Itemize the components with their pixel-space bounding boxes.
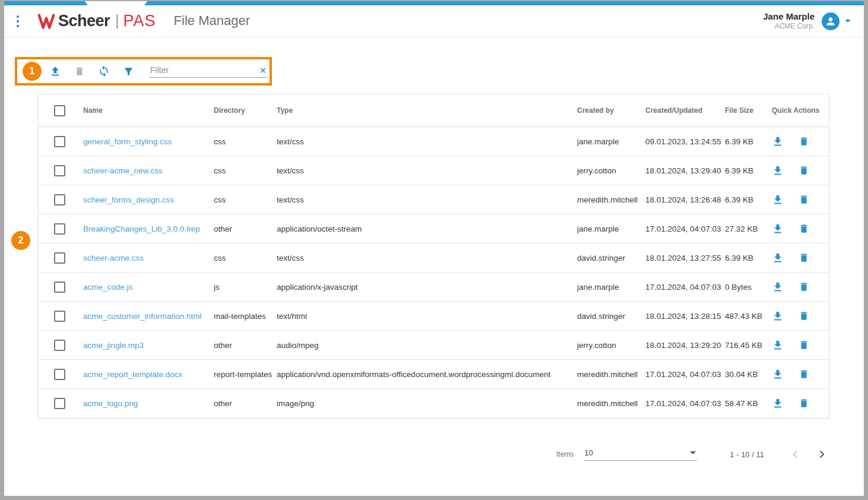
delete-icon[interactable]: [798, 339, 810, 351]
column-header-type: Type: [277, 106, 577, 115]
table-row: acme_customer_information.html mail-temp…: [39, 302, 829, 331]
download-icon[interactable]: [772, 368, 784, 380]
file-size-cell: 6.39 KB: [725, 254, 765, 262]
delete-icon[interactable]: [798, 252, 810, 264]
delete-icon[interactable]: [798, 281, 810, 293]
row-checkbox[interactable]: [54, 223, 65, 235]
page-title: File Manager: [174, 13, 250, 29]
vertical-dots-icon[interactable]: [14, 13, 21, 30]
user-avatar-icon[interactable]: [822, 12, 840, 30]
created-updated-cell: 18.01.2024, 13:26:48: [645, 195, 725, 204]
filter-field: ✕: [149, 65, 268, 78]
row-checkbox[interactable]: [54, 136, 65, 147]
table-row: acme_logo.png other image/png meredith.m…: [39, 389, 829, 417]
row-checkbox[interactable]: [54, 311, 65, 322]
file-name-link[interactable]: acme_logo.png: [83, 399, 138, 408]
file-size-cell: 6.39 KB: [725, 137, 765, 146]
row-checkbox[interactable]: [54, 252, 65, 264]
column-header-created-updated: Created/Updated: [645, 106, 725, 115]
table-row: acme_jingle.mp3 other audio/mpeg jerry.c…: [39, 331, 829, 360]
created-by-cell: jane.marple: [577, 283, 645, 292]
delete-icon[interactable]: [798, 164, 810, 176]
brand-pas: PAS: [123, 12, 156, 30]
brand-scheer: Scheer: [58, 12, 110, 30]
row-checkbox[interactable]: [54, 165, 65, 176]
directory-cell: css: [214, 166, 277, 175]
file-name-link[interactable]: general_form_styling.css: [83, 137, 172, 146]
row-checkbox[interactable]: [54, 194, 65, 205]
brand-separator: |: [115, 12, 119, 29]
file-name-link[interactable]: scheer-acme_new.css: [83, 166, 163, 175]
app-window: Scheer | PAS File Manager Jane Marple AC…: [0, 0, 868, 500]
column-header-created-by: Created by: [577, 106, 645, 115]
next-page-icon[interactable]: [815, 448, 828, 461]
download-icon[interactable]: [772, 194, 784, 205]
delete-icon[interactable]: [798, 194, 810, 205]
upload-icon[interactable]: [49, 65, 61, 77]
row-checkbox[interactable]: [54, 369, 65, 380]
file-name-link[interactable]: acme_code.js: [83, 283, 132, 292]
chevron-down-icon[interactable]: [845, 20, 851, 23]
created-by-cell: jerry.cotton: [577, 166, 645, 175]
funnel-icon[interactable]: [122, 65, 134, 77]
directory-cell: other: [214, 341, 277, 350]
download-icon[interactable]: [772, 135, 784, 147]
type-cell: text/css: [277, 195, 577, 204]
download-icon[interactable]: [772, 281, 784, 293]
delete-icon[interactable]: [798, 397, 810, 409]
window-top-strip: [4, 1, 864, 5]
file-table: Name Directory Type Created by Created/U…: [38, 94, 829, 418]
file-size-cell: 27.32 KB: [725, 224, 765, 233]
directory-cell: css: [214, 254, 277, 262]
created-updated-cell: 18.01.2024, 13:28:15: [645, 312, 725, 321]
table-header-row: Name Directory Type Created by Created/U…: [39, 94, 829, 127]
directory-cell: css: [214, 137, 277, 146]
file-name-link[interactable]: scheer_forms_design.css: [83, 195, 174, 204]
directory-cell: other: [214, 399, 277, 408]
download-icon[interactable]: [772, 164, 784, 176]
created-by-cell: jane.marple: [577, 137, 645, 146]
created-updated-cell: 09.01.2023, 13:24:55: [645, 137, 725, 146]
filter-input[interactable]: [149, 65, 258, 75]
delete-icon[interactable]: [798, 368, 810, 380]
app-header: Scheer | PAS File Manager Jane Marple AC…: [4, 5, 864, 37]
type-cell: application/x-javascript: [277, 283, 577, 292]
file-name-link[interactable]: acme_jingle.mp3: [83, 341, 144, 350]
table-row: scheer-acme.css css text/css david.strin…: [39, 243, 829, 273]
download-icon[interactable]: [772, 223, 784, 235]
delete-icon[interactable]: [798, 223, 810, 235]
file-name-link[interactable]: BreakingChanges_Lib_3.0.0.lrep: [83, 224, 200, 233]
download-icon[interactable]: [772, 310, 784, 322]
clear-x-icon[interactable]: ✕: [258, 66, 268, 75]
created-by-cell: jerry.cotton: [577, 341, 645, 350]
user-menu[interactable]: Jane Marple ACME Corp.: [763, 11, 851, 31]
type-cell: audio/mpeg: [277, 341, 577, 350]
file-name-link[interactable]: scheer-acme.css: [83, 254, 144, 262]
type-cell: image/png: [277, 399, 577, 408]
column-header-name: Name: [83, 106, 214, 115]
download-icon[interactable]: [772, 252, 784, 264]
created-by-cell: jane.marple: [577, 224, 645, 233]
created-by-cell: meredith.mitchell: [577, 370, 645, 379]
delete-toolbar-icon[interactable]: [74, 65, 85, 77]
table-row: acme_report_template.docx report-templat…: [39, 360, 829, 389]
select-all-checkbox[interactable]: [54, 105, 65, 116]
page-size-select[interactable]: 10: [584, 448, 697, 461]
file-name-link[interactable]: acme_report_template.docx: [83, 370, 182, 379]
row-checkbox[interactable]: [54, 340, 65, 351]
created-by-cell: meredith.mitchell: [577, 195, 645, 204]
row-checkbox[interactable]: [54, 398, 65, 409]
delete-icon[interactable]: [798, 310, 810, 322]
page-range: 1 - 10 / 11: [730, 450, 764, 459]
file-name-link[interactable]: acme_customer_information.html: [83, 312, 202, 321]
download-icon[interactable]: [772, 339, 784, 351]
download-icon[interactable]: [772, 397, 784, 409]
prev-page-icon[interactable]: [789, 448, 802, 461]
items-label: Items: [556, 450, 574, 458]
column-header-file-size: File Size: [725, 106, 765, 115]
delete-icon[interactable]: [798, 135, 810, 147]
type-cell: text/html: [277, 312, 577, 321]
refresh-icon[interactable]: [98, 65, 110, 77]
row-checkbox[interactable]: [54, 281, 65, 293]
table-row: acme_code.js js application/x-javascript…: [39, 273, 829, 302]
